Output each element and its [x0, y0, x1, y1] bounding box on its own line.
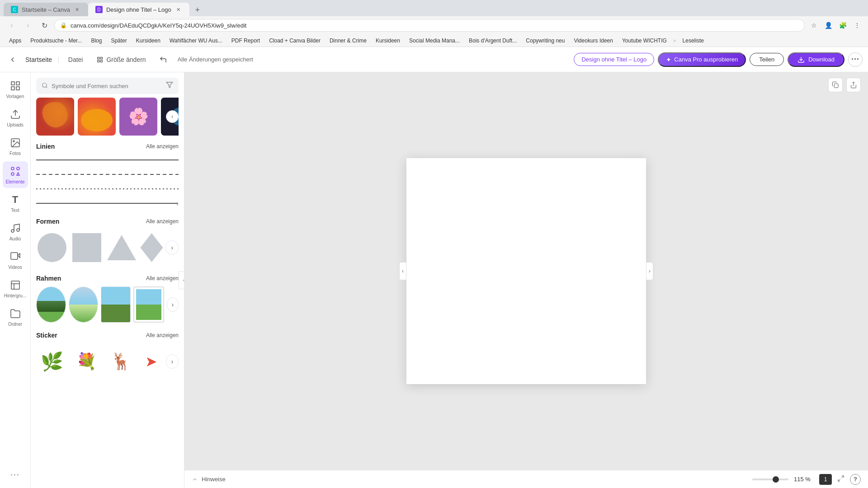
sidebar-item-text[interactable]: T Text: [3, 190, 28, 216]
zoom-slider-wrap: [752, 479, 788, 480]
sidebar-item-elemente[interactable]: Elemente: [3, 161, 28, 188]
undo-button[interactable]: [156, 52, 170, 67]
bookmark-social[interactable]: Social Media Mana...: [406, 37, 463, 45]
page-nav-left[interactable]: ‹: [399, 262, 406, 280]
bookmark-dinner[interactable]: Dinner & Crime: [326, 37, 370, 45]
share-page-button[interactable]: [846, 78, 861, 92]
rahmen-next-button[interactable]: ›: [167, 297, 179, 312]
frame-circle[interactable]: [36, 286, 66, 323]
shape-rectangle[interactable]: [71, 230, 103, 266]
extensions-button[interactable]: 🧩: [837, 20, 848, 31]
sidebar-item-audio[interactable]: Audio: [3, 218, 28, 245]
filter-icon[interactable]: [166, 81, 173, 90]
top-element-2[interactable]: [78, 98, 116, 136]
forward-button[interactable]: ›: [22, 19, 34, 32]
bookmark-wahlfächer[interactable]: Wahlfächer WU Aus...: [166, 37, 226, 45]
bookmark-leseliste[interactable]: Leseliste: [679, 37, 708, 45]
help-button[interactable]: ?: [850, 474, 861, 485]
hints-button[interactable]: Hinweise: [202, 476, 226, 483]
file-menu[interactable]: Datei: [65, 53, 87, 66]
sticker-arrow[interactable]: ➤: [139, 343, 163, 380]
shape-triangle[interactable]: [106, 230, 138, 266]
back-button[interactable]: ‹: [5, 19, 18, 32]
zoom-thumb[interactable]: [773, 476, 779, 483]
canvas-wrapper[interactable]: ‹ ›: [184, 72, 868, 470]
bookmark-button[interactable]: ☆: [808, 20, 819, 31]
sidebar-item-hintergrund[interactable]: Hintergru...: [1, 275, 29, 302]
canvas-page[interactable]: ‹ ›: [406, 158, 646, 384]
more-options-button[interactable]: ⋮: [852, 20, 863, 31]
sticker-flowers[interactable]: 💐: [71, 343, 102, 380]
download-button[interactable]: Download: [788, 52, 844, 67]
line-dotted[interactable]: [36, 183, 179, 194]
line-arrow[interactable]: ›: [36, 198, 179, 209]
sidebar-item-ordner[interactable]: Ordner: [3, 304, 28, 330]
top-element-1[interactable]: [36, 98, 74, 136]
zoom-slider[interactable]: [752, 479, 788, 480]
bookmark-produktsuche[interactable]: Produktsuche - Mer...: [27, 37, 85, 45]
more-actions-button[interactable]: ···: [848, 52, 863, 67]
tab-design[interactable]: D Design ohne Titel – Logo ✕: [88, 3, 189, 16]
reload-button[interactable]: ↻: [38, 19, 51, 32]
bookmark-bois[interactable]: Bois d'Argent Duft...: [465, 37, 520, 45]
sidebar-item-uploads[interactable]: Uploads: [3, 104, 28, 131]
formen-show-all[interactable]: Alle anzeigen: [146, 218, 179, 225]
pro-button[interactable]: ✦ Canva Pro ausprobieren: [658, 52, 746, 67]
bookmark-kursideen2[interactable]: Kursideen: [372, 37, 404, 45]
formen-next-button[interactable]: ›: [165, 240, 179, 255]
bookmark-blog[interactable]: Blog: [87, 37, 105, 45]
lines-show-all[interactable]: Alle anzeigen: [146, 143, 179, 150]
bookmark-kursideen1[interactable]: Kursideen: [132, 37, 164, 45]
sticker-leaf[interactable]: 🌿: [36, 343, 68, 380]
pro-star-icon: ✦: [666, 56, 671, 63]
resize-button[interactable]: Größe ändern: [92, 53, 150, 66]
address-bar[interactable]: 🔒 canva.com/design/DAEduQCDgkA/KeIY5q-24…: [54, 19, 805, 32]
home-link[interactable]: Startseite: [25, 56, 52, 63]
top-elements-next-button[interactable]: ›: [166, 110, 179, 123]
bookmark-pdf[interactable]: PDF Report: [228, 37, 264, 45]
sticker-next-button[interactable]: ›: [166, 354, 179, 369]
frame-oval[interactable]: [69, 286, 99, 323]
tab-close-startseite[interactable]: ✕: [74, 6, 81, 13]
sidebar-item-videos[interactable]: Videos: [3, 247, 28, 273]
shape-diamond[interactable]: [140, 230, 163, 266]
bookmark-apps[interactable]: Apps: [5, 37, 25, 45]
bookmark-youtube[interactable]: Youtube WICHTIG: [618, 37, 670, 45]
fullscreen-button[interactable]: [837, 475, 844, 484]
sticker-show-all[interactable]: Alle anzeigen: [146, 332, 179, 338]
search-input-wrap[interactable]: [36, 78, 179, 94]
bookmark-später[interactable]: Später: [107, 37, 130, 45]
sidebar-more-button[interactable]: ···: [3, 465, 28, 484]
frame-white[interactable]: [133, 286, 164, 323]
line-dashed[interactable]: [36, 169, 179, 180]
tab-close-design[interactable]: ✕: [175, 6, 182, 13]
top-element-3[interactable]: 🌸: [119, 98, 157, 136]
profile-button[interactable]: 👤: [823, 20, 834, 31]
tab-label-design: Design ohne Titel – Logo: [106, 6, 171, 13]
rahmen-show-all[interactable]: Alle anzeigen: [146, 275, 179, 282]
share-button[interactable]: Teilen: [750, 53, 784, 66]
page-count[interactable]: 1: [819, 474, 832, 485]
sidebar-item-vorlagen[interactable]: Vorlagen: [3, 76, 28, 103]
shape-circle[interactable]: [36, 230, 68, 266]
sticker-title: Sticker: [36, 332, 57, 339]
frame-landscape[interactable]: [101, 286, 131, 323]
tab-startseite[interactable]: C Startseite – Canva ✕: [4, 3, 88, 16]
bookmark-videokurs[interactable]: Videokurs Ideen: [570, 37, 617, 45]
back-to-home-button[interactable]: [5, 52, 20, 67]
fotos-icon: [9, 136, 22, 149]
bookmark-copywriting[interactable]: Copywriting neu: [522, 37, 568, 45]
bookmark-cload[interactable]: Cload + Canva Bilder: [265, 37, 324, 45]
duplicate-page-button[interactable]: [828, 78, 843, 92]
new-tab-button[interactable]: +: [191, 4, 204, 16]
page-nav-right[interactable]: ›: [646, 262, 653, 280]
line-solid[interactable]: [36, 155, 179, 165]
panel-collapse-button[interactable]: ‹: [179, 271, 184, 289]
sidebar-item-fotos[interactable]: Fotos: [3, 133, 28, 160]
design-title-button[interactable]: Design ohne Titel – Logo: [574, 53, 654, 66]
search-input[interactable]: [52, 83, 162, 89]
formen-section: Formen Alle anzeigen: [36, 218, 179, 266]
more-sidebar-icon: ···: [9, 468, 22, 481]
resize-label: Größe ändern: [106, 56, 146, 63]
sticker-horse[interactable]: 🦌: [105, 343, 137, 380]
